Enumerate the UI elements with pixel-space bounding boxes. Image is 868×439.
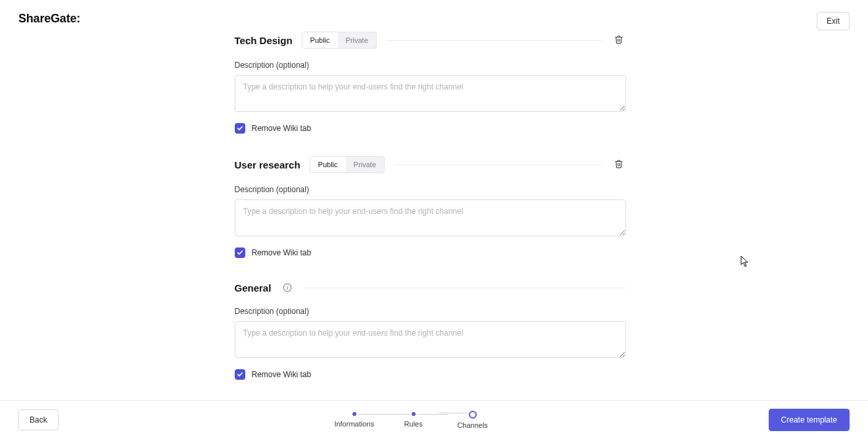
wizard-footer: Back Informations Rules Channels Create …: [0, 400, 868, 439]
step-dot-icon: [352, 412, 356, 416]
step-label: Channels: [457, 421, 487, 429]
remove-wiki-checkbox[interactable]: [235, 247, 245, 258]
delete-channel-button[interactable]: [612, 32, 626, 49]
check-icon: [237, 249, 243, 256]
description-label: Description (optional): [235, 185, 626, 194]
info-icon: [280, 280, 295, 295]
check-icon: [237, 371, 243, 378]
back-button[interactable]: Back: [18, 409, 59, 430]
privacy-toggle: Public Private: [302, 32, 377, 49]
wizard-stepper: Informations Rules Channels: [325, 411, 502, 429]
brand-logo: ShareGate:: [18, 12, 79, 26]
step-informations[interactable]: Informations: [325, 412, 384, 428]
trash-icon: [614, 35, 623, 46]
description-input[interactable]: [235, 321, 626, 358]
remove-wiki-label: Remove Wiki tab: [252, 124, 312, 133]
header-divider: [394, 165, 602, 165]
check-icon: [237, 125, 243, 132]
description-input[interactable]: [235, 75, 626, 112]
step-rules[interactable]: Rules: [384, 412, 443, 428]
create-template-button[interactable]: Create template: [769, 409, 850, 431]
brand-suffix: :: [76, 12, 79, 25]
main-scroll-area[interactable]: Tech Design Public Private Description (…: [0, 0, 860, 400]
remove-wiki-checkbox[interactable]: [235, 369, 245, 380]
privacy-public-option[interactable]: Public: [310, 157, 346, 172]
channel-title: User research: [235, 159, 301, 170]
privacy-private-option[interactable]: Private: [338, 32, 376, 48]
remove-wiki-label: Remove Wiki tab: [252, 370, 312, 379]
delete-channel-button[interactable]: [612, 157, 626, 173]
description-label: Description (optional): [235, 307, 626, 316]
brand-text: ShareGate: [18, 12, 76, 25]
step-label: Rules: [404, 420, 423, 428]
privacy-toggle: Public Private: [310, 156, 385, 173]
exit-button[interactable]: Exit: [817, 12, 850, 30]
channels-form: Tech Design Public Private Description (…: [235, 32, 626, 400]
remove-wiki-checkbox[interactable]: [235, 123, 245, 134]
header-divider: [386, 40, 602, 41]
description-input[interactable]: [235, 199, 626, 236]
channel-title: General: [235, 282, 272, 294]
remove-wiki-label: Remove Wiki tab: [252, 248, 312, 257]
step-label: Informations: [334, 420, 374, 428]
trash-icon: [614, 159, 623, 170]
step-dot-icon: [412, 412, 416, 416]
privacy-public-option[interactable]: Public: [302, 32, 338, 48]
svg-point-2: [287, 286, 288, 286]
step-ring-icon: [469, 411, 477, 419]
header-divider: [304, 288, 625, 288]
channel-block: General Description (optional) Remove Wi…: [235, 280, 626, 380]
channel-block: User research Public Private Description…: [235, 156, 626, 258]
privacy-private-option[interactable]: Private: [346, 157, 384, 172]
description-label: Description (optional): [235, 61, 626, 70]
channel-title: Tech Design: [235, 35, 293, 46]
step-channels[interactable]: Channels: [443, 411, 502, 429]
channel-block: Tech Design Public Private Description (…: [235, 32, 626, 134]
